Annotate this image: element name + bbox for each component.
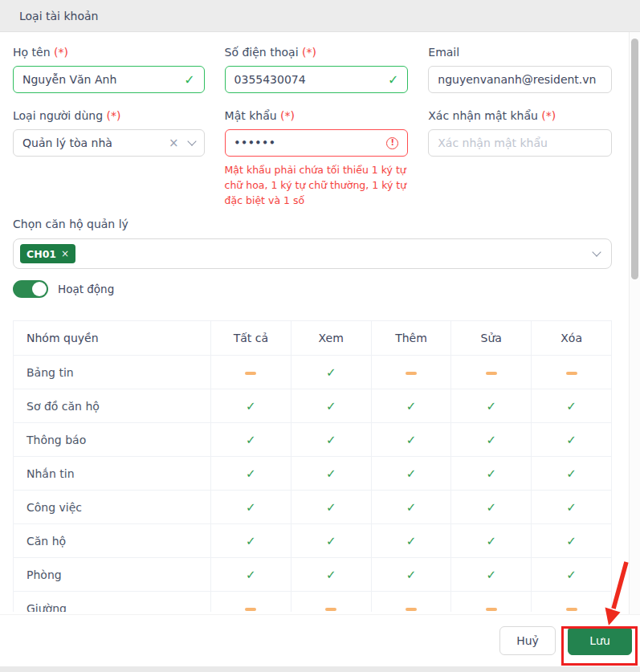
confirm-password-label: Xác nhận mật khẩu (*) — [428, 109, 612, 122]
check-icon[interactable]: ✓ — [326, 466, 336, 481]
permission-cell: ✓ — [451, 524, 532, 558]
dash-icon[interactable] — [325, 608, 336, 611]
check-icon[interactable]: ✓ — [487, 500, 497, 515]
permission-cell: ✓ — [291, 356, 371, 389]
dash-icon[interactable] — [486, 608, 497, 611]
dash-icon[interactable] — [566, 608, 577, 611]
required-marker: (*) — [280, 109, 295, 122]
scrollbar-thumb[interactable] — [631, 39, 638, 279]
check-icon[interactable]: ✓ — [487, 399, 497, 413]
permission-cell: ✓ — [371, 491, 451, 524]
permission-cell: ✓ — [291, 491, 371, 524]
active-toggle[interactable] — [13, 280, 48, 298]
modal-title: Loại tài khoản — [19, 10, 98, 22]
check-icon[interactable]: ✓ — [246, 500, 256, 515]
email-input[interactable] — [438, 73, 602, 86]
check-icon[interactable]: ✓ — [566, 399, 577, 413]
check-icon[interactable]: ✓ — [566, 433, 577, 447]
check-icon[interactable]: ✓ — [406, 466, 417, 481]
permission-cell: ✓ — [371, 457, 451, 491]
permission-cell — [451, 356, 532, 389]
check-icon[interactable]: ✓ — [326, 568, 336, 582]
check-icon[interactable]: ✓ — [326, 433, 336, 447]
permission-cell: ✓ — [371, 558, 451, 592]
permission-cell — [371, 356, 451, 389]
check-icon[interactable]: ✓ — [406, 568, 417, 582]
check-icon[interactable]: ✓ — [326, 500, 336, 515]
table-row: Thông báo✓✓✓✓✓ — [14, 423, 612, 457]
permission-group-label: Nhắn tin — [14, 457, 211, 491]
permission-cell: ✓ — [291, 524, 371, 558]
cancel-button[interactable]: Huỷ — [499, 626, 556, 655]
permission-group-label: Giường — [14, 592, 211, 613]
password-input-wrap: ! — [225, 129, 409, 157]
table-row: Bảng tin✓ — [14, 356, 612, 389]
check-icon[interactable]: ✓ — [406, 534, 417, 548]
check-icon[interactable]: ✓ — [406, 399, 417, 413]
check-icon[interactable]: ✓ — [406, 500, 417, 515]
column-header: Thêm — [371, 321, 451, 356]
dash-icon[interactable] — [486, 372, 497, 375]
full-name-input[interactable] — [22, 73, 177, 86]
permission-group-label: Phòng — [14, 558, 211, 592]
table-row: Nhắn tin✓✓✓✓✓ — [14, 457, 612, 491]
user-type-value[interactable] — [22, 136, 162, 149]
check-icon[interactable]: ✓ — [406, 433, 417, 447]
check-icon[interactable]: ✓ — [246, 399, 256, 413]
modal-header: Loại tài khoản — [0, 0, 640, 32]
save-button[interactable]: Lưu — [568, 626, 632, 655]
modal-body: Họ tên (*) ✓ Số điện thoại (*) ✓ Email — [0, 32, 640, 612]
password-input[interactable] — [234, 137, 381, 149]
required-marker: (*) — [107, 109, 121, 122]
check-icon[interactable]: ✓ — [326, 534, 336, 548]
check-icon[interactable]: ✓ — [246, 534, 256, 548]
check-icon[interactable]: ✓ — [566, 568, 577, 582]
chevron-down-icon[interactable] — [592, 247, 601, 256]
tag-remove-icon[interactable]: × — [61, 248, 69, 259]
permission-cell: ✓ — [532, 423, 612, 457]
apartment-tag: CH01 × — [20, 244, 75, 263]
required-marker: (*) — [54, 46, 68, 59]
dash-icon[interactable] — [406, 372, 417, 375]
column-header: Xóa — [532, 321, 612, 356]
chevron-down-icon[interactable] — [187, 136, 196, 145]
permission-cell: ✓ — [451, 423, 532, 457]
email-input-wrap — [428, 66, 612, 93]
check-icon[interactable]: ✓ — [487, 433, 497, 447]
phone-label: Số điện thoại (*) — [225, 46, 409, 59]
check-icon[interactable]: ✓ — [246, 466, 256, 481]
check-icon[interactable]: ✓ — [246, 568, 256, 582]
clear-icon[interactable]: × — [169, 137, 179, 149]
permission-cell: ✓ — [291, 389, 371, 423]
phone-input[interactable] — [234, 73, 381, 86]
check-icon[interactable]: ✓ — [326, 365, 336, 380]
permission-cell: ✓ — [291, 423, 371, 457]
permission-cell: ✓ — [211, 423, 291, 457]
check-icon[interactable]: ✓ — [487, 466, 497, 481]
check-icon[interactable]: ✓ — [326, 399, 336, 413]
password-error-text: Mật khẩu phải chứa tối thiểu 1 ký tự chữ… — [225, 162, 409, 208]
permission-cell — [532, 592, 612, 613]
check-icon[interactable]: ✓ — [566, 500, 577, 515]
permission-group-label: Công việc — [14, 491, 211, 524]
permission-cell: ✓ — [371, 423, 451, 457]
check-icon[interactable]: ✓ — [246, 433, 256, 447]
dash-icon[interactable] — [245, 608, 256, 611]
check-icon[interactable]: ✓ — [566, 466, 577, 481]
apartment-select[interactable]: CH01 × — [13, 238, 612, 269]
permission-cell: ✓ — [532, 457, 612, 491]
user-type-select[interactable]: × — [13, 129, 205, 157]
dash-icon[interactable] — [406, 608, 417, 611]
field-phone: Số điện thoại (*) ✓ — [225, 46, 409, 93]
dash-icon[interactable] — [245, 372, 256, 375]
dash-icon[interactable] — [566, 372, 577, 375]
confirm-password-input[interactable] — [438, 136, 602, 149]
scrollbar-track[interactable] — [629, 32, 640, 614]
account-modal: Loại tài khoản Họ tên (*) ✓ Số điện thoạ… — [0, 0, 640, 666]
check-icon[interactable]: ✓ — [566, 534, 577, 548]
active-toggle-label: Hoạt động — [58, 283, 114, 295]
confirm-password-input-wrap — [428, 129, 612, 157]
permission-cell: ✓ — [532, 558, 612, 592]
check-icon[interactable]: ✓ — [487, 568, 497, 582]
check-icon[interactable]: ✓ — [487, 534, 497, 548]
